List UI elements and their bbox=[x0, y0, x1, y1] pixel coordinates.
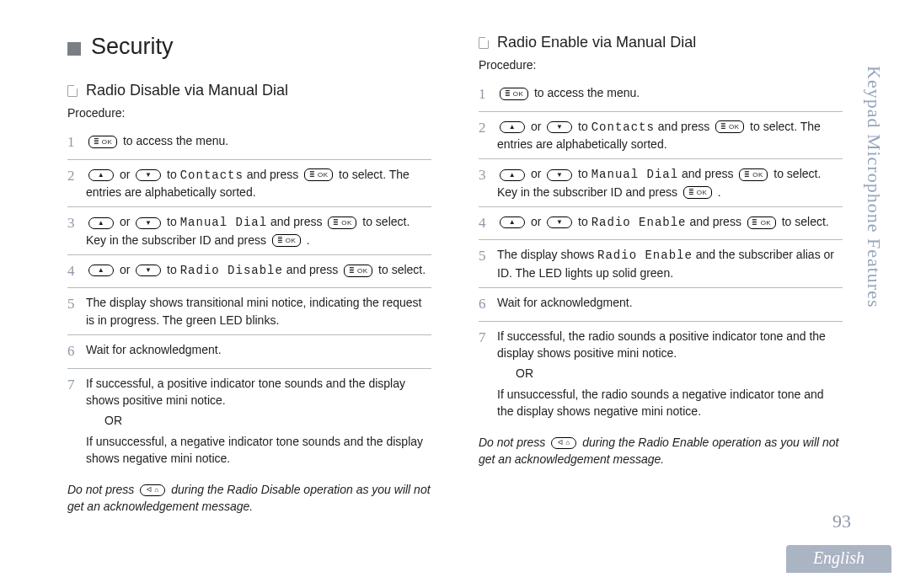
step-3: 3 ▲ or ▼ to Manual Dial and press ≣ OK t… bbox=[67, 207, 431, 255]
step-text: If unsuccessful, a negative indicator to… bbox=[86, 435, 423, 465]
step-1: 1 ≣ OK to access the menu. bbox=[479, 78, 843, 112]
step-text: or bbox=[527, 215, 544, 228]
procedure-label: Procedure: bbox=[67, 106, 431, 120]
subsection-title: Radio Disable via Manual Dial bbox=[86, 82, 288, 99]
step-body: The display shows Radio Enable and the s… bbox=[497, 246, 843, 281]
step-number: 6 bbox=[479, 294, 497, 315]
step-text: If successful, a positive indicator tone… bbox=[86, 377, 405, 407]
step-text: to bbox=[575, 215, 591, 228]
up-key-icon: ▲ bbox=[500, 121, 525, 133]
step-number: 1 bbox=[67, 132, 86, 153]
or-divider: OR bbox=[104, 409, 431, 432]
down-key-icon: ▼ bbox=[547, 169, 572, 181]
ok-key-icon: ≣ OK bbox=[500, 88, 528, 100]
ok-key-icon: ≣ OK bbox=[344, 265, 372, 277]
note-text: Do not press bbox=[67, 483, 137, 496]
down-key-icon: ▼ bbox=[136, 169, 161, 181]
subsection-title: Radio Enable via Manual Dial bbox=[497, 34, 696, 51]
step-3: 3 ▲ or ▼ to Manual Dial and press ≣ OK t… bbox=[479, 159, 843, 207]
step-text: and press bbox=[678, 167, 736, 180]
step-body: ▲ or ▼ to Manual Dial and press ≣ OK to … bbox=[497, 165, 843, 200]
step-text: Key in the subscriber ID and press bbox=[497, 185, 681, 199]
step-7: 7 If successful, a positive indicator to… bbox=[67, 369, 431, 473]
step-text: and press bbox=[283, 263, 341, 276]
side-tab-title: Keypad Microphone Features bbox=[863, 66, 885, 307]
two-column-layout: Security Radio Disable via Manual Dial P… bbox=[67, 34, 843, 516]
back-key-icon: ᐊ ⌂ bbox=[551, 437, 576, 449]
ok-key-icon: ≣ OK bbox=[747, 216, 776, 229]
step-4: 4 ▲ or ▼ to Radio Disable and press ≣ OK… bbox=[67, 255, 431, 289]
step-number: 6 bbox=[67, 341, 86, 362]
ok-key-icon: ≣ OK bbox=[304, 168, 333, 181]
step-number: 7 bbox=[479, 328, 497, 420]
step-text: and press bbox=[655, 120, 713, 133]
procedure-label: Procedure: bbox=[479, 58, 843, 72]
step-text: or bbox=[116, 215, 133, 228]
step-text: . bbox=[715, 185, 721, 199]
step-number: 3 bbox=[67, 213, 86, 249]
display-text-radio-enable: Radio Enable bbox=[597, 249, 693, 262]
step-body: ≣ OK to access the menu. bbox=[497, 84, 843, 105]
ok-key-icon: ≣ OK bbox=[715, 120, 744, 133]
step-text: to select. bbox=[375, 263, 426, 276]
down-key-icon: ▼ bbox=[547, 121, 572, 133]
step-body: ▲ or ▼ to Radio Enable and press ≣ OK to… bbox=[497, 213, 843, 234]
up-key-icon: ▲ bbox=[500, 169, 525, 181]
steps-list: 1 ≣ OK to access the menu. 2 ▲ or ▼ to C… bbox=[479, 78, 843, 425]
step-text: to bbox=[163, 168, 179, 181]
section-heading: Security bbox=[67, 34, 431, 60]
step-5: 5 The display shows Radio Enable and the… bbox=[479, 240, 843, 288]
step-2: 2 ▲ or ▼ to Contacts and press ≣ OK to s… bbox=[67, 160, 431, 208]
step-body: Wait for acknowledgment. bbox=[86, 341, 431, 362]
step-text: or bbox=[116, 168, 133, 181]
step-text: to select. bbox=[779, 215, 829, 228]
step-6: 6 Wait for acknowledgment. bbox=[67, 335, 431, 369]
menu-item-radio-disable: Radio Disable bbox=[180, 264, 283, 277]
step-text: to bbox=[163, 263, 179, 276]
step-2: 2 ▲ or ▼ to Contacts and press ≣ OK to s… bbox=[479, 112, 843, 160]
step-text: to bbox=[575, 167, 591, 180]
page-icon bbox=[67, 85, 78, 97]
step-body: ▲ or ▼ to Radio Disable and press ≣ OK t… bbox=[86, 261, 431, 282]
square-bullet-icon bbox=[67, 42, 81, 56]
step-body: If successful, the radio sounds a positi… bbox=[497, 328, 843, 420]
page-icon bbox=[479, 37, 489, 49]
step-5: 5 The display shows transitional mini no… bbox=[67, 288, 431, 335]
step-text: Key in the subscriber ID and press bbox=[86, 233, 270, 247]
right-column: Radio Enable via Manual Dial Procedure: … bbox=[479, 34, 843, 516]
step-text: to access the menu. bbox=[120, 134, 228, 147]
step-text: to bbox=[163, 215, 179, 228]
step-text: If successful, the radio sounds a positi… bbox=[497, 329, 826, 360]
menu-item-radio-enable: Radio Enable bbox=[592, 216, 687, 229]
or-divider: OR bbox=[516, 361, 843, 385]
note-text: Do not press bbox=[479, 436, 549, 449]
step-number: 4 bbox=[67, 261, 86, 282]
step-number: 3 bbox=[479, 165, 497, 200]
step-number: 1 bbox=[479, 84, 497, 105]
step-body: ≣ OK to access the menu. bbox=[86, 132, 431, 153]
left-column: Security Radio Disable via Manual Dial P… bbox=[67, 34, 431, 516]
step-text: . bbox=[303, 233, 310, 247]
up-key-icon: ▲ bbox=[88, 169, 114, 181]
step-text: or bbox=[527, 120, 544, 133]
step-number: 5 bbox=[479, 246, 497, 281]
step-4: 4 ▲ or ▼ to Radio Enable and press ≣ OK … bbox=[479, 207, 843, 241]
step-text: to select. bbox=[770, 167, 821, 180]
manual-page: Security Radio Disable via Manual Dial P… bbox=[0, 0, 910, 588]
ok-key-icon: ≣ OK bbox=[683, 186, 712, 199]
step-text: The display shows bbox=[497, 248, 597, 261]
step-text: and press bbox=[244, 168, 302, 181]
step-7: 7 If successful, the radio sounds a posi… bbox=[479, 322, 843, 425]
caution-note: Do not press ᐊ ⌂ during the Radio Disabl… bbox=[67, 481, 431, 516]
step-body: ▲ or ▼ to Contacts and press ≣ OK to sel… bbox=[497, 118, 843, 153]
subsection-heading: Radio Enable via Manual Dial bbox=[479, 34, 843, 51]
step-text: and press bbox=[687, 215, 745, 228]
step-1: 1 ≣ OK to access the menu. bbox=[67, 126, 431, 160]
language-badge: English bbox=[786, 545, 891, 573]
steps-list: 1 ≣ OK to access the menu. 2 ▲ or ▼ to C… bbox=[67, 126, 431, 473]
menu-item-manual-dial: Manual Dial bbox=[592, 168, 678, 181]
ok-key-icon: ≣ OK bbox=[328, 216, 356, 229]
back-key-icon: ᐊ ⌂ bbox=[140, 484, 165, 496]
step-number: 5 bbox=[67, 294, 86, 329]
step-text: to access the menu. bbox=[531, 86, 640, 99]
